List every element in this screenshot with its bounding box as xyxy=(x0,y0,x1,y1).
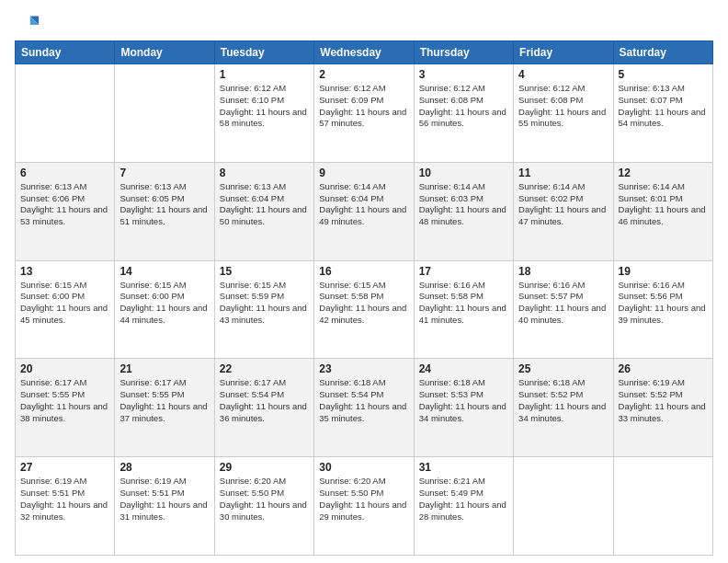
weekday-header-saturday: Saturday xyxy=(613,41,712,64)
day-info: Sunrise: 6:13 AM Sunset: 6:04 PM Dayligh… xyxy=(220,181,309,228)
day-info: Sunrise: 6:13 AM Sunset: 6:06 PM Dayligh… xyxy=(20,181,109,228)
calendar-cell: 21Sunrise: 6:17 AM Sunset: 5:55 PM Dayli… xyxy=(115,359,214,457)
calendar-cell: 3Sunrise: 6:12 AM Sunset: 6:08 PM Daylig… xyxy=(414,64,513,163)
day-info: Sunrise: 6:14 AM Sunset: 6:01 PM Dayligh… xyxy=(619,181,708,228)
calendar-cell: 10Sunrise: 6:14 AM Sunset: 6:03 PM Dayli… xyxy=(414,162,513,260)
day-info: Sunrise: 6:20 AM Sunset: 5:50 PM Dayligh… xyxy=(319,476,408,523)
day-info: Sunrise: 6:18 AM Sunset: 5:53 PM Dayligh… xyxy=(419,377,508,424)
day-number: 4 xyxy=(518,68,608,81)
calendar-cell: 30Sunrise: 6:20 AM Sunset: 5:50 PM Dayli… xyxy=(314,457,414,556)
weekday-header-monday: Monday xyxy=(115,41,214,64)
header xyxy=(15,11,713,37)
calendar-cell: 28Sunrise: 6:19 AM Sunset: 5:51 PM Dayli… xyxy=(115,457,214,556)
calendar-cell: 27Sunrise: 6:19 AM Sunset: 5:51 PM Dayli… xyxy=(16,457,115,556)
day-info: Sunrise: 6:16 AM Sunset: 5:58 PM Dayligh… xyxy=(419,280,508,327)
calendar-cell: 25Sunrise: 6:18 AM Sunset: 5:52 PM Dayli… xyxy=(514,359,613,457)
weekday-header-wednesday: Wednesday xyxy=(314,41,414,64)
day-number: 22 xyxy=(220,362,309,375)
day-info: Sunrise: 6:15 AM Sunset: 5:59 PM Dayligh… xyxy=(220,280,309,327)
day-info: Sunrise: 6:19 AM Sunset: 5:51 PM Dayligh… xyxy=(119,476,209,523)
day-number: 19 xyxy=(619,265,708,278)
logo-icon xyxy=(15,11,40,37)
day-info: Sunrise: 6:16 AM Sunset: 5:57 PM Dayligh… xyxy=(518,280,608,327)
day-number: 1 xyxy=(220,68,309,81)
day-info: Sunrise: 6:19 AM Sunset: 5:51 PM Dayligh… xyxy=(20,476,109,523)
calendar-cell: 16Sunrise: 6:15 AM Sunset: 5:58 PM Dayli… xyxy=(314,260,414,359)
day-number: 21 xyxy=(119,362,209,375)
weekday-header-row: SundayMondayTuesdayWednesdayThursdayFrid… xyxy=(16,41,713,64)
day-info: Sunrise: 6:20 AM Sunset: 5:50 PM Dayligh… xyxy=(220,476,309,523)
day-number: 7 xyxy=(119,167,209,179)
calendar-cell: 5Sunrise: 6:13 AM Sunset: 6:07 PM Daylig… xyxy=(613,64,712,163)
calendar-cell: 2Sunrise: 6:12 AM Sunset: 6:09 PM Daylig… xyxy=(314,64,414,163)
calendar-cell: 15Sunrise: 6:15 AM Sunset: 5:59 PM Dayli… xyxy=(214,260,313,359)
day-info: Sunrise: 6:15 AM Sunset: 6:00 PM Dayligh… xyxy=(20,280,109,327)
weekday-header-friday: Friday xyxy=(514,41,613,64)
day-info: Sunrise: 6:18 AM Sunset: 5:52 PM Dayligh… xyxy=(518,377,608,424)
calendar-cell xyxy=(514,457,613,556)
day-number: 20 xyxy=(20,362,109,375)
day-info: Sunrise: 6:12 AM Sunset: 6:08 PM Dayligh… xyxy=(518,83,608,130)
day-number: 23 xyxy=(319,362,408,375)
day-number: 18 xyxy=(518,265,608,278)
day-number: 16 xyxy=(319,265,408,278)
day-info: Sunrise: 6:15 AM Sunset: 6:00 PM Dayligh… xyxy=(119,280,209,327)
day-info: Sunrise: 6:12 AM Sunset: 6:10 PM Dayligh… xyxy=(220,83,309,130)
week-row-2: 6Sunrise: 6:13 AM Sunset: 6:06 PM Daylig… xyxy=(16,162,713,260)
day-info: Sunrise: 6:13 AM Sunset: 6:05 PM Dayligh… xyxy=(119,181,209,228)
calendar-cell: 17Sunrise: 6:16 AM Sunset: 5:58 PM Dayli… xyxy=(414,260,513,359)
day-info: Sunrise: 6:14 AM Sunset: 6:03 PM Dayligh… xyxy=(419,181,508,228)
day-number: 6 xyxy=(20,167,109,179)
calendar-body: 1Sunrise: 6:12 AM Sunset: 6:10 PM Daylig… xyxy=(16,64,713,556)
weekday-header-tuesday: Tuesday xyxy=(214,41,313,64)
calendar-cell: 12Sunrise: 6:14 AM Sunset: 6:01 PM Dayli… xyxy=(613,162,712,260)
day-number: 5 xyxy=(619,68,708,81)
day-info: Sunrise: 6:14 AM Sunset: 6:04 PM Dayligh… xyxy=(319,181,408,228)
day-number: 12 xyxy=(619,167,708,179)
page: SundayMondayTuesdayWednesdayThursdayFrid… xyxy=(0,0,728,563)
day-number: 13 xyxy=(20,265,109,278)
calendar-cell: 9Sunrise: 6:14 AM Sunset: 6:04 PM Daylig… xyxy=(314,162,414,260)
week-row-4: 20Sunrise: 6:17 AM Sunset: 5:55 PM Dayli… xyxy=(16,359,713,457)
day-info: Sunrise: 6:19 AM Sunset: 5:52 PM Dayligh… xyxy=(619,377,708,424)
day-number: 15 xyxy=(220,265,309,278)
day-number: 25 xyxy=(518,362,608,375)
day-info: Sunrise: 6:18 AM Sunset: 5:54 PM Dayligh… xyxy=(319,377,408,424)
day-number: 27 xyxy=(20,461,109,474)
day-number: 8 xyxy=(220,167,309,179)
calendar-cell: 19Sunrise: 6:16 AM Sunset: 5:56 PM Dayli… xyxy=(613,260,712,359)
day-info: Sunrise: 6:16 AM Sunset: 5:56 PM Dayligh… xyxy=(619,280,708,327)
calendar-cell: 22Sunrise: 6:17 AM Sunset: 5:54 PM Dayli… xyxy=(214,359,313,457)
day-number: 2 xyxy=(319,68,408,81)
day-number: 9 xyxy=(319,167,408,179)
calendar-table: SundayMondayTuesdayWednesdayThursdayFrid… xyxy=(15,40,713,556)
calendar-cell: 24Sunrise: 6:18 AM Sunset: 5:53 PM Dayli… xyxy=(414,359,513,457)
calendar-cell: 7Sunrise: 6:13 AM Sunset: 6:05 PM Daylig… xyxy=(115,162,214,260)
calendar-cell: 26Sunrise: 6:19 AM Sunset: 5:52 PM Dayli… xyxy=(613,359,712,457)
calendar-cell: 8Sunrise: 6:13 AM Sunset: 6:04 PM Daylig… xyxy=(214,162,313,260)
calendar-cell: 13Sunrise: 6:15 AM Sunset: 6:00 PM Dayli… xyxy=(16,260,115,359)
calendar-cell: 29Sunrise: 6:20 AM Sunset: 5:50 PM Dayli… xyxy=(214,457,313,556)
calendar-cell: 31Sunrise: 6:21 AM Sunset: 5:49 PM Dayli… xyxy=(414,457,513,556)
calendar-cell: 1Sunrise: 6:12 AM Sunset: 6:10 PM Daylig… xyxy=(214,64,313,163)
day-info: Sunrise: 6:17 AM Sunset: 5:55 PM Dayligh… xyxy=(20,377,109,424)
day-info: Sunrise: 6:12 AM Sunset: 6:08 PM Dayligh… xyxy=(419,83,508,130)
week-row-5: 27Sunrise: 6:19 AM Sunset: 5:51 PM Dayli… xyxy=(16,457,713,556)
day-info: Sunrise: 6:12 AM Sunset: 6:09 PM Dayligh… xyxy=(319,83,408,130)
day-number: 24 xyxy=(419,362,508,375)
day-info: Sunrise: 6:15 AM Sunset: 5:58 PM Dayligh… xyxy=(319,280,408,327)
calendar-cell: 11Sunrise: 6:14 AM Sunset: 6:02 PM Dayli… xyxy=(514,162,613,260)
day-info: Sunrise: 6:14 AM Sunset: 6:02 PM Dayligh… xyxy=(518,181,608,228)
day-number: 26 xyxy=(619,362,708,375)
day-number: 3 xyxy=(419,68,508,81)
day-number: 10 xyxy=(419,167,508,179)
day-info: Sunrise: 6:21 AM Sunset: 5:49 PM Dayligh… xyxy=(419,476,508,523)
calendar-cell: 23Sunrise: 6:18 AM Sunset: 5:54 PM Dayli… xyxy=(314,359,414,457)
week-row-3: 13Sunrise: 6:15 AM Sunset: 6:00 PM Dayli… xyxy=(16,260,713,359)
day-number: 31 xyxy=(419,461,508,474)
day-number: 29 xyxy=(220,461,309,474)
calendar-cell: 18Sunrise: 6:16 AM Sunset: 5:57 PM Dayli… xyxy=(514,260,613,359)
calendar-cell: 14Sunrise: 6:15 AM Sunset: 6:00 PM Dayli… xyxy=(115,260,214,359)
calendar-cell: 20Sunrise: 6:17 AM Sunset: 5:55 PM Dayli… xyxy=(16,359,115,457)
calendar-cell: 6Sunrise: 6:13 AM Sunset: 6:06 PM Daylig… xyxy=(16,162,115,260)
